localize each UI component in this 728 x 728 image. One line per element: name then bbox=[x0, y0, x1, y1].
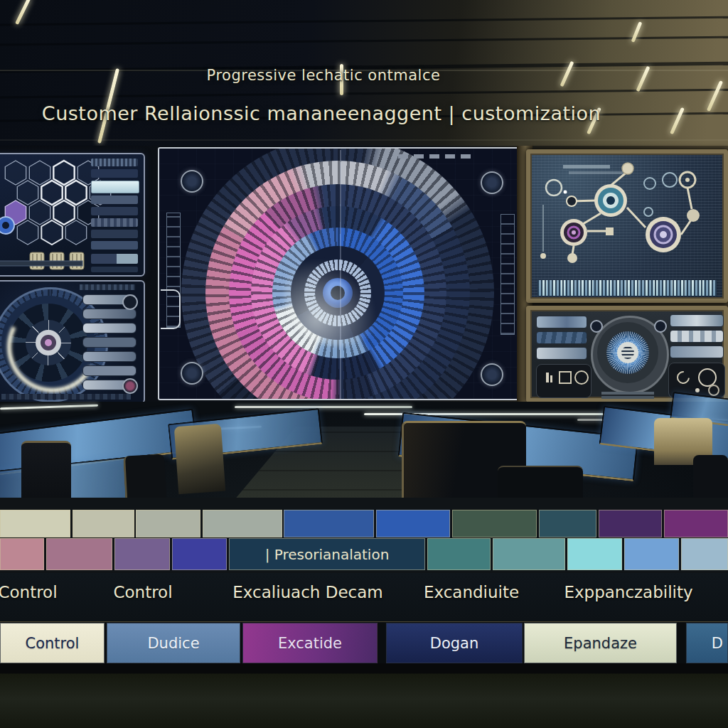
ceiling-light bbox=[707, 80, 723, 112]
right-scale bbox=[500, 214, 515, 335]
console-panel bbox=[526, 306, 728, 402]
blue-node-hex bbox=[0, 217, 14, 234]
control-slat[interactable] bbox=[82, 365, 136, 376]
top-dash-row bbox=[398, 154, 476, 159]
button-epandaze[interactable]: Epandaze bbox=[524, 623, 677, 663]
dot-glyph bbox=[695, 388, 700, 392]
palette-swatch[interactable] bbox=[427, 538, 491, 570]
highlight-row bbox=[91, 181, 139, 193]
palette-swatch[interactable] bbox=[599, 510, 662, 537]
knob[interactable] bbox=[122, 378, 138, 394]
list-row bbox=[91, 254, 138, 264]
palette-swatch[interactable] bbox=[493, 538, 565, 570]
network-diagram bbox=[530, 154, 724, 299]
corner-bolt bbox=[481, 363, 503, 386]
glyph-bar bbox=[546, 373, 549, 382]
main-iris-screen bbox=[158, 147, 520, 400]
console-bolt bbox=[590, 320, 603, 333]
button-dudice[interactable]: Dudice bbox=[107, 623, 240, 663]
palette-swatch[interactable] bbox=[681, 538, 728, 570]
dial-pupil bbox=[45, 339, 52, 346]
status-bar bbox=[91, 159, 138, 166]
control-strip bbox=[80, 284, 135, 290]
palette-swatch[interactable] bbox=[203, 510, 282, 537]
spectrum-barcode bbox=[537, 280, 717, 296]
palette-row-2: | Presorianalation bbox=[0, 538, 728, 570]
palette-swatch[interactable] bbox=[539, 510, 596, 537]
page-title: Progressive lechatic ontmalce bbox=[207, 67, 441, 84]
console-slat[interactable] bbox=[536, 331, 587, 344]
ceiling-beam bbox=[0, 16, 728, 26]
square-glyph bbox=[559, 371, 572, 384]
hex-grid-panel bbox=[0, 153, 145, 277]
console-bolt bbox=[654, 320, 667, 333]
palette-swatch[interactable] bbox=[567, 538, 622, 570]
list-row bbox=[91, 196, 138, 204]
button-excatide[interactable]: Excatide bbox=[242, 623, 378, 663]
section-label-control-2: Control bbox=[113, 583, 172, 601]
hex-panel-footer-bar bbox=[0, 261, 82, 266]
ceiling-light bbox=[15, 0, 31, 25]
circle-glyph bbox=[708, 385, 719, 396]
palette-swatch[interactable] bbox=[284, 510, 374, 537]
ceiling-light bbox=[631, 21, 643, 43]
control-slat[interactable] bbox=[82, 323, 136, 333]
corner-bolt bbox=[181, 362, 203, 385]
button-dogan[interactable]: Dogan bbox=[386, 623, 523, 663]
corner-bolt bbox=[481, 171, 503, 194]
console-slat[interactable] bbox=[670, 346, 724, 358]
palette-swatch[interactable] bbox=[73, 510, 134, 537]
corner-bolt bbox=[181, 170, 203, 193]
button-control[interactable]: Control bbox=[0, 623, 105, 663]
palette-swatch[interactable] bbox=[664, 510, 728, 537]
vent-line bbox=[601, 392, 654, 395]
section-label-row: Control Control Excaliuach Decam Excandi… bbox=[0, 573, 728, 621]
vent-line bbox=[601, 396, 654, 399]
network-nodes bbox=[560, 163, 700, 263]
palette-swatch[interactable] bbox=[172, 538, 227, 570]
palette-label-cell[interactable]: | Presorianalation bbox=[229, 538, 425, 570]
ceiling: Progressive lechatic ontmalce Customer R… bbox=[0, 0, 728, 146]
dial-panel bbox=[0, 280, 145, 404]
speaker-grill-icon bbox=[621, 346, 634, 359]
palette-swatch[interactable] bbox=[0, 510, 70, 537]
page-subtitle: Customer Rellaionssic mananeenaggent | c… bbox=[42, 102, 601, 124]
palette-swatch[interactable] bbox=[136, 510, 200, 537]
list-row bbox=[91, 207, 138, 215]
section-label-excaliuach: Excaliuach Decam bbox=[232, 583, 382, 601]
console-slat[interactable] bbox=[536, 347, 587, 360]
list-row bbox=[91, 230, 138, 238]
console-slat[interactable] bbox=[670, 330, 724, 343]
control-slat[interactable] bbox=[82, 351, 136, 362]
floor bbox=[0, 663, 728, 728]
list-row bbox=[91, 267, 138, 272]
button-row: Control Dudice Excatide Dogan Epandaze D bbox=[0, 623, 728, 663]
light-strip bbox=[0, 405, 98, 410]
list-row bbox=[91, 169, 138, 178]
dial-panel-footer bbox=[1, 394, 131, 400]
palette-swatch[interactable] bbox=[376, 510, 450, 537]
control-slat[interactable] bbox=[82, 309, 136, 319]
left-bracket bbox=[161, 289, 181, 329]
ceiling-beam-highlight bbox=[0, 139, 728, 141]
control-slat[interactable] bbox=[82, 337, 136, 348]
palette-swatch[interactable] bbox=[624, 538, 679, 570]
platform-edge-light bbox=[235, 406, 412, 408]
button-row-divider bbox=[0, 621, 728, 622]
ceiling-beam bbox=[0, 36, 728, 46]
console-slat[interactable] bbox=[536, 316, 587, 328]
section-label-excandiuite: Excandiuite bbox=[424, 583, 519, 601]
palette-swatch[interactable] bbox=[114, 538, 170, 570]
button-partial[interactable]: D bbox=[686, 623, 728, 663]
palette-swatch[interactable] bbox=[452, 510, 537, 537]
network-panel bbox=[526, 149, 728, 303]
palette-swatch[interactable] bbox=[0, 538, 44, 570]
palette-swatch[interactable] bbox=[46, 538, 112, 570]
list-row bbox=[91, 241, 138, 250]
scene-root: Progressive lechatic ontmalce Customer R… bbox=[0, 0, 728, 728]
palette-row-1 bbox=[0, 510, 728, 537]
glyph-bar bbox=[550, 375, 552, 382]
console-slat[interactable] bbox=[670, 314, 724, 327]
list-row bbox=[91, 218, 138, 227]
knob[interactable] bbox=[122, 294, 138, 310]
